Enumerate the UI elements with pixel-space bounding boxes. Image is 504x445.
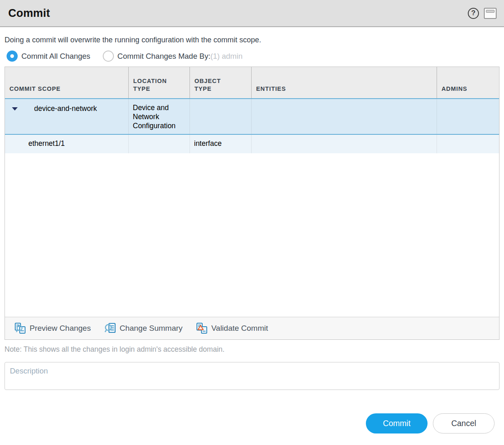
preview-changes-label: Preview Changes	[30, 324, 91, 333]
cell-location-type: Device and Network Configuration	[129, 99, 190, 134]
column-header-entities[interactable]: ENTITIES	[252, 67, 437, 98]
change-summary-button[interactable]: Change Summary	[104, 323, 183, 334]
dialog-titlebar: Commit ?	[0, 0, 504, 27]
titlebar-icons: ?	[468, 8, 497, 19]
help-icon[interactable]: ?	[468, 8, 479, 19]
cell-object-type	[190, 99, 252, 134]
cell-location-type	[129, 135, 190, 153]
table-header-row: COMMIT SCOPE LOCATION TYPE OBJECT TYPE E…	[5, 67, 499, 98]
cell-commit-scope: ethernet1/1	[5, 135, 129, 153]
radio-commit-changes-made-by[interactable]: Commit Changes Made By:(1) admin	[103, 51, 243, 62]
collapse-expander-icon[interactable]	[12, 107, 18, 111]
commit-intro-text: Doing a commit will overwrite the runnin…	[5, 36, 499, 44]
radio-unselected-icon[interactable]	[103, 51, 114, 62]
commit-scope-value: ethernet1/1	[28, 139, 65, 148]
page-title: Commit	[8, 7, 50, 20]
table-row-device-and-network[interactable]: device-and-network Device and Network Co…	[5, 98, 499, 135]
cancel-button[interactable]: Cancel	[433, 413, 495, 433]
commit-scope-table: COMMIT SCOPE LOCATION TYPE OBJECT TYPE E…	[5, 67, 499, 340]
radio-commit-all-label: Commit All Changes	[21, 52, 90, 61]
radio-made-by-suffix: (1) admin	[210, 52, 243, 60]
change-summary-icon	[104, 323, 116, 334]
table-footer-toolbar: Preview Changes Change Summary	[5, 317, 499, 339]
validate-commit-button[interactable]: Validate Commit	[196, 323, 268, 334]
cell-admins	[437, 135, 499, 153]
description-input[interactable]	[5, 362, 499, 390]
table-row-ethernet1-1[interactable]: ethernet1/1 interface	[5, 135, 499, 153]
popup-window-icon-bar	[486, 10, 495, 13]
cell-entities	[252, 135, 437, 153]
dialog-footer: Commit Cancel	[0, 413, 495, 433]
column-header-admins[interactable]: ADMINS	[437, 67, 499, 98]
table-empty-area	[5, 153, 499, 317]
cell-admins	[437, 99, 499, 134]
accessible-domain-note: Note: This shows all the changes in logi…	[5, 345, 499, 354]
commit-scope-value: device-and-network	[34, 104, 97, 113]
column-header-location-type[interactable]: LOCATION TYPE	[129, 67, 190, 98]
popup-window-icon[interactable]	[484, 8, 497, 19]
validate-commit-label: Validate Commit	[211, 324, 268, 333]
cell-commit-scope: device-and-network	[5, 99, 129, 134]
radio-made-by-label: Commit Changes Made By:	[118, 52, 210, 60]
preview-changes-icon	[14, 323, 26, 334]
radio-commit-all-changes[interactable]: Commit All Changes	[7, 51, 90, 62]
column-header-commit-scope[interactable]: COMMIT SCOPE	[5, 67, 129, 98]
commit-button[interactable]: Commit	[366, 413, 428, 433]
cell-entities	[252, 99, 437, 134]
validate-commit-icon	[196, 323, 208, 334]
column-header-object-type[interactable]: OBJECT TYPE	[190, 67, 252, 98]
preview-changes-button[interactable]: Preview Changes	[14, 323, 91, 334]
change-summary-label: Change Summary	[120, 324, 183, 333]
radio-selected-icon[interactable]	[7, 51, 18, 62]
cell-object-type: interface	[190, 135, 252, 153]
commit-scope-radio-group: Commit All Changes Commit Changes Made B…	[7, 51, 499, 62]
